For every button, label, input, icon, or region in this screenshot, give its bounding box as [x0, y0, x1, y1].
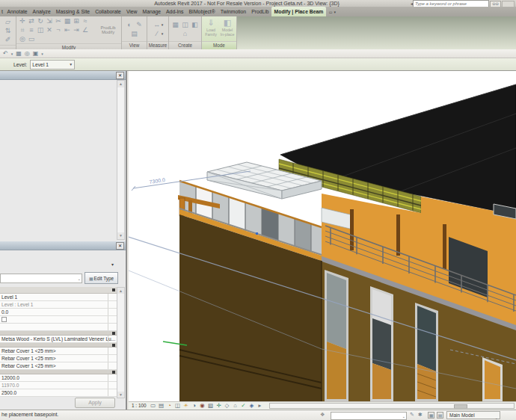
property-row-checkbox[interactable]: [0, 316, 117, 324]
snap-icon[interactable]: ◎: [18, 34, 27, 43]
measure-caret-icon[interactable]: ▾: [162, 22, 164, 27]
tab-prodlib[interactable]: ProdLib: [249, 7, 271, 16]
select-toggle[interactable]: ▤: [437, 412, 443, 419]
expand-icon[interactable]: [112, 332, 115, 335]
array-icon[interactable]: ▦: [63, 16, 72, 25]
dimension-caret-icon[interactable]: ▾: [162, 31, 164, 36]
ribbon-minimize-caret-icon[interactable]: ▾: [334, 10, 337, 14]
properties-scrollbar[interactable]: ▲ ▼: [117, 287, 125, 398]
zoom-icon[interactable]: ◎: [25, 50, 30, 58]
docked-panel-upper-header[interactable]: ✕: [0, 71, 126, 80]
section-marker-icon[interactable]: [112, 288, 115, 291]
prodlib-modify-button[interactable]: ProdLib Modify: [96, 16, 120, 43]
undo-icon[interactable]: ↶: [3, 50, 8, 58]
close-icon[interactable]: ✕: [116, 242, 124, 250]
tab-add-ins[interactable]: Add-Ins: [164, 7, 186, 16]
property-row[interactable]: Rebar Cover 1 <25 mm>: [0, 362, 117, 370]
crop-view-icon[interactable]: ◑: [191, 402, 197, 410]
load-family-button[interactable]: ⇓ Load Family: [204, 18, 218, 41]
dimension-icon[interactable]: ∕: [153, 29, 162, 38]
tab-analyze[interactable]: Analyze: [30, 7, 53, 16]
property-row[interactable]: Rebar Cover 1 <25 mm>: [0, 348, 117, 355]
scroll-up-icon[interactable]: ▲: [117, 81, 124, 87]
rotate-icon[interactable]: ↻: [36, 16, 45, 25]
select-tool-icon[interactable]: ▱: [4, 17, 13, 26]
scroll-down-icon[interactable]: ▼: [117, 392, 124, 398]
expand-icon[interactable]: [112, 371, 115, 374]
tab-bimobject[interactable]: BIMobject®: [186, 7, 218, 16]
tab-massing-site[interactable]: Massing & Site: [53, 7, 92, 16]
align-icon[interactable]: ⊞: [72, 16, 81, 25]
split-icon[interactable]: ⌗: [18, 25, 27, 34]
create-similar-icon[interactable]: ◫: [181, 20, 190, 29]
constraints-icon[interactable]: ✓: [240, 402, 247, 410]
line-icon[interactable]: ▭: [27, 34, 36, 43]
view-visibility-icon[interactable]: ◐: [125, 20, 134, 29]
property-row[interactable]: 12000.0: [0, 374, 117, 382]
offset-icon[interactable]: ≈: [81, 16, 90, 25]
model-in-place-button[interactable]: ◧ Model In-place: [221, 18, 235, 41]
scroll-down-icon[interactable]: ▼: [117, 232, 124, 239]
edit-tool-icon[interactable]: ✐: [4, 35, 13, 44]
drawing-area[interactable]: 7300.0: [129, 71, 516, 401]
tab-manage[interactable]: Manage: [140, 7, 164, 16]
filter-icon[interactable]: ✱: [418, 412, 423, 418]
edit-type-button[interactable]: ▦ Edit Type: [85, 272, 118, 284]
shadows-icon[interactable]: ◫: [174, 402, 181, 410]
property-row[interactable]: 2500.0: [0, 389, 117, 397]
view-edit-icon[interactable]: ✎: [135, 20, 144, 29]
expand-icon[interactable]: [112, 344, 115, 347]
tab-view[interactable]: View: [123, 7, 140, 16]
more-icon[interactable]: ▸: [257, 402, 263, 410]
visual-style-icon[interactable]: ▤: [158, 402, 165, 410]
property-row[interactable]: Metsa Wood - Kerto S (LVL) Laminated Ven…: [0, 336, 117, 343]
undo-caret-icon[interactable]: ▾: [11, 50, 13, 58]
delete-icon[interactable]: ✕: [45, 25, 54, 34]
type-search-combo[interactable]: ⌄: [0, 274, 82, 283]
ribbon-cycle-icon[interactable]: ▭: [329, 10, 333, 14]
upper-panel-scrollbar[interactable]: ▲ ▼: [117, 80, 125, 240]
properties-header[interactable]: ✕: [0, 241, 126, 250]
render-icon[interactable]: ☀: [182, 402, 189, 410]
create-group-icon[interactable]: ▦: [171, 20, 180, 29]
move-icon[interactable]: ✛: [18, 16, 27, 25]
grid-toggle-icon[interactable]: ▦: [16, 50, 22, 58]
view-scale-button[interactable]: 1 : 100: [132, 403, 147, 408]
tab-annotate[interactable]: Annotate: [4, 7, 30, 16]
tab-collaborate[interactable]: Collaborate: [93, 7, 124, 16]
copy-icon[interactable]: ⇄: [27, 16, 36, 25]
extend-right-icon[interactable]: ⇥: [72, 25, 81, 34]
type-selector-caret-icon[interactable]: ▾: [111, 262, 114, 267]
scroll-up-icon[interactable]: ▲: [117, 288, 124, 294]
lock-view-icon[interactable]: ▧: [207, 402, 214, 410]
sheet-caret-icon[interactable]: ▾: [41, 50, 43, 58]
mirror-icon[interactable]: ⇲: [45, 16, 54, 25]
property-row[interactable]: 11970.0: [0, 382, 117, 389]
demolish-icon[interactable]: ¬: [54, 25, 63, 34]
detail-level-icon[interactable]: ▭: [150, 402, 156, 410]
analytical-model-icon[interactable]: ◈: [248, 402, 255, 410]
property-row[interactable]: Level : Level 1: [0, 301, 117, 309]
show-crop-region-icon[interactable]: ◉: [199, 402, 206, 410]
design-option-combo[interactable]: Main Model ⌄: [446, 411, 500, 419]
beam-system-icon[interactable]: ◧: [191, 20, 200, 29]
workset-combo[interactable]: ⌄: [331, 412, 407, 420]
scale-icon[interactable]: ◫: [36, 25, 45, 34]
pin-icon[interactable]: ≡: [27, 25, 36, 34]
tab-modify-place-beam[interactable]: Modify | Place Beam: [271, 7, 326, 16]
property-row[interactable]: [0, 324, 117, 331]
corner-icon[interactable]: ∠: [81, 25, 90, 34]
tab-twinmotion[interactable]: Twinmotion: [218, 7, 248, 16]
create-assembly-icon[interactable]: ⌂: [181, 29, 190, 38]
extend-left-icon[interactable]: ⇤: [63, 25, 72, 34]
measure-icon[interactable]: ↔: [153, 20, 162, 29]
scrollbar-thumb[interactable]: [454, 404, 467, 409]
property-row[interactable]: 0.0: [0, 309, 117, 316]
dimension-label[interactable]: 7300.0: [149, 177, 165, 185]
paste-tool-icon[interactable]: ⇅: [4, 26, 13, 35]
reveal-hidden-icon[interactable]: ◇: [224, 402, 230, 410]
property-row[interactable]: Level 1: [0, 294, 117, 301]
worksharing-display-icon[interactable]: ⌂: [232, 402, 239, 410]
horizontal-scrollbar[interactable]: [269, 403, 515, 409]
3d-view[interactable]: 7300.0: [129, 71, 516, 401]
